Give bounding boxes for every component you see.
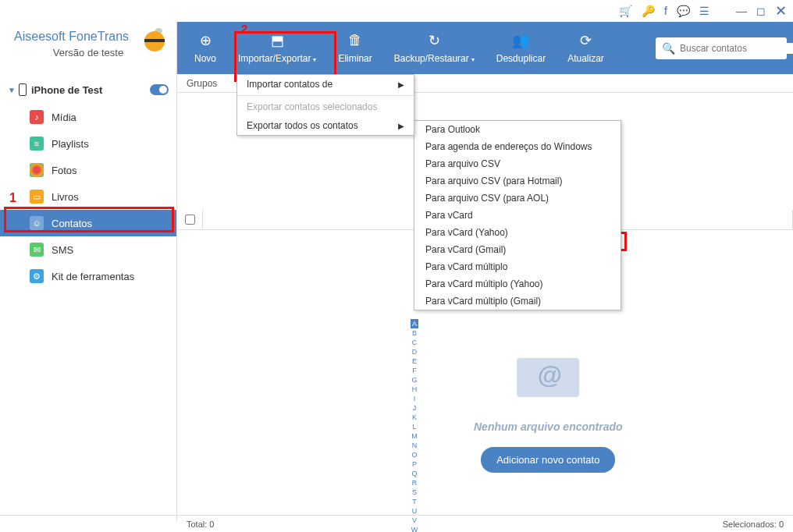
fotos-icon — [30, 163, 44, 177]
alpha-G[interactable]: G — [411, 375, 418, 385]
submenu2-vcard-yahoo[interactable]: Para vCard (Yahoo) — [414, 224, 621, 241]
contatos-icon: ☺ — [30, 216, 44, 230]
search-icon: 🔍 — [662, 42, 675, 55]
alpha-B[interactable]: B — [411, 328, 418, 338]
alpha-A[interactable]: A — [411, 319, 418, 328]
desduplicar-button[interactable]: 👥Desduplicar — [485, 33, 557, 64]
sidebar-item-midia[interactable]: ♪Mídia — [0, 104, 176, 130]
alpha-P[interactable]: P — [411, 459, 418, 469]
arrow-right-icon: ▶ — [398, 122, 404, 130]
sidebar-item-label: Kit de ferramentas — [52, 271, 134, 282]
submenu2-csv-aol[interactable]: Para arquivo CSV (para AOL) — [414, 190, 621, 207]
submenu2-vcard-multiplo-yahoo[interactable]: Para vCard múltiplo (Yahoo) — [414, 275, 621, 293]
alpha-H[interactable]: H — [411, 385, 418, 394]
submenu-label: Importar contatos de — [247, 79, 332, 90]
alpha-D[interactable]: D — [411, 347, 418, 356]
novo-button[interactable]: ⊕Novo — [183, 33, 227, 64]
maximize-icon[interactable]: ◻ — [756, 5, 766, 17]
checkbox-input[interactable] — [185, 215, 195, 225]
separator — [237, 95, 414, 96]
tool-label: Eliminar — [338, 53, 372, 64]
export-format-submenu: Para Outlook Para agenda de endereços do… — [414, 120, 621, 310]
select-all-checkbox[interactable] — [177, 215, 202, 225]
device-row[interactable]: ▼ iPhone de Test — [0, 79, 176, 101]
caret-down-icon: ▾ — [471, 56, 475, 63]
empty-text: Nenhum arquivo encontrado — [474, 420, 623, 433]
alpha-F[interactable]: F — [411, 366, 418, 375]
alpha-Q[interactable]: Q — [411, 469, 418, 478]
sidebar-item-playlists[interactable]: ≡Playlists — [0, 130, 176, 157]
sidebar-item-label: SMS — [52, 244, 73, 256]
sidebar-item-label: Fotos — [52, 165, 77, 176]
step-number-2: 2 — [241, 22, 247, 35]
submenu2-vcard[interactable]: Para vCard — [414, 207, 621, 224]
alpha-S[interactable]: S — [411, 488, 418, 497]
tool-label: Backup/Restaurar — [394, 53, 469, 64]
alpha-T[interactable]: T — [411, 497, 418, 506]
alpha-R[interactable]: R — [411, 478, 418, 488]
eliminar-button[interactable]: 🗑Eliminar — [327, 33, 382, 64]
bee-logo-icon — [140, 27, 169, 55]
add-contact-button[interactable]: Adicionar novo contato — [481, 447, 615, 473]
livros-icon: ▭ — [30, 190, 44, 204]
submenu2-csv[interactable]: Para arquivo CSV — [414, 155, 621, 172]
sidebar-item-kit[interactable]: ⚙Kit de ferramentas — [0, 263, 176, 289]
submenu2-vcard-gmail[interactable]: Para vCard (Gmail) — [414, 241, 621, 258]
plus-icon: ⊕ — [200, 33, 212, 48]
sidebar-item-livros[interactable]: ▭Livros — [0, 183, 176, 210]
import-export-icon: ⬒ — [271, 33, 284, 48]
alpha-index[interactable]: ABCDEFGHIJKLMNOPQRSTUVWXYZ# — [411, 319, 418, 532]
submenu2-outlook[interactable]: Para Outlook — [414, 121, 621, 138]
search-input[interactable] — [680, 43, 793, 54]
facebook-icon[interactable]: f — [664, 5, 667, 17]
sidebar-item-fotos[interactable]: Fotos — [0, 157, 176, 183]
close-icon[interactable]: ✕ — [775, 2, 787, 20]
cart-icon[interactable]: 🛒 — [619, 5, 632, 17]
device-name: iPhone de Test — [31, 84, 103, 96]
backup-button[interactable]: ↻Backup/Restaurar▾ — [383, 33, 485, 64]
submenu2-vcard-multiplo[interactable]: Para vCard múltiplo — [414, 258, 621, 275]
device-toggle[interactable] — [150, 84, 169, 95]
sidebar-item-label: Contatos — [52, 218, 92, 229]
grupos-label: Grupos — [187, 78, 217, 89]
submenu-label: Exportar contatos selecionados — [247, 101, 377, 112]
alpha-E[interactable]: E — [411, 356, 418, 366]
submenu-label: Exportar todos os contatos — [247, 120, 358, 131]
submenu2-windows[interactable]: Para agenda de endereços do Windows — [414, 138, 621, 155]
alpha-J[interactable]: J — [411, 403, 418, 413]
playlist-icon: ≡ — [30, 137, 44, 151]
sidebar-item-label: Mídia — [52, 112, 76, 123]
import-export-button[interactable]: ⬒Importar/Exportar▾ — [227, 33, 327, 64]
dedup-icon: 👥 — [512, 33, 529, 48]
alpha-C[interactable]: C — [411, 338, 418, 347]
kit-icon: ⚙ — [30, 269, 44, 283]
sidebar-item-contatos[interactable]: ☺Contatos — [0, 210, 176, 236]
alpha-N[interactable]: N — [411, 441, 418, 450]
atualizar-button[interactable]: ⟳Atualizar — [557, 33, 615, 64]
status-selected: Selecionados: 0 — [723, 520, 784, 529]
alpha-O[interactable]: O — [411, 450, 418, 459]
chat-icon[interactable]: 💬 — [677, 5, 690, 17]
alpha-L[interactable]: L — [411, 422, 418, 431]
trash-icon: 🗑 — [348, 33, 362, 48]
key-icon[interactable]: 🔑 — [642, 5, 655, 17]
toolbar: ⊕Novo ⬒Importar/Exportar▾ 🗑Eliminar ↻Bac… — [177, 22, 793, 74]
alpha-K[interactable]: K — [411, 413, 418, 422]
alpha-M[interactable]: M — [411, 431, 418, 441]
statusbar: Total: 0 Selecionados: 0 — [0, 515, 793, 532]
submenu-importar-contatos[interactable]: Importar contatos de▶ — [237, 75, 414, 94]
sidebar-item-sms[interactable]: ✉SMS — [0, 236, 176, 263]
submenu-exportar-todos[interactable]: Exportar todos os contatos▶ — [237, 116, 414, 135]
minimize-icon[interactable]: — — [736, 5, 747, 17]
step-number-1: 1 — [9, 191, 16, 205]
menu-icon[interactable]: ☰ — [699, 5, 709, 17]
nav-list: ♪Mídia ≡Playlists Fotos ▭Livros ☺Contato… — [0, 104, 176, 289]
empty-state: @ Nenhum arquivo encontrado Adicionar no… — [474, 350, 623, 473]
sidebar: Aiseesoft FoneTrans Versão de teste ▼ iP… — [0, 22, 177, 521]
sms-icon: ✉ — [30, 243, 44, 257]
submenu2-vcard-multiplo-gmail[interactable]: Para vCard múltiplo (Gmail) — [414, 293, 621, 310]
submenu2-csv-hotmail[interactable]: Para arquivo CSV (para Hotmail) — [414, 172, 621, 190]
alpha-I[interactable]: I — [411, 394, 418, 403]
import-export-submenu: Importar contatos de▶ Exportar contatos … — [236, 74, 414, 136]
search-box[interactable]: 🔍 — [656, 37, 787, 59]
